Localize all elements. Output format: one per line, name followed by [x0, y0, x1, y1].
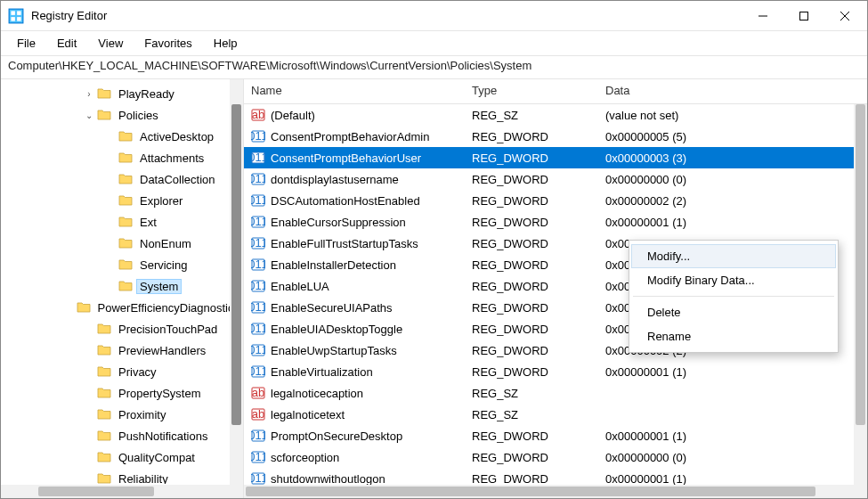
- context-menu-item[interactable]: Delete: [631, 300, 836, 324]
- tree-node[interactable]: PrecisionTouchPad: [1, 318, 243, 339]
- tree-label: PowerEfficiencyDiagnostics: [94, 300, 243, 315]
- value-name: EnableInstallerDetection: [271, 258, 396, 272]
- value-type: REG_DWORD: [465, 173, 598, 186]
- address-bar[interactable]: Computer\HKEY_LOCAL_MACHINE\SOFTWARE\Mic…: [1, 56, 867, 79]
- svg-text:011: 011: [251, 193, 265, 207]
- value-data: 0x00000001 (1): [598, 429, 867, 443]
- tree-node[interactable]: ›PlayReady: [1, 83, 243, 104]
- list-vscrollbar[interactable]: [854, 104, 867, 485]
- menu-favorites[interactable]: Favorites: [134, 33, 202, 53]
- svg-text:011: 011: [251, 343, 265, 356]
- tree-node[interactable]: PowerEfficiencyDiagnostics: [1, 297, 243, 318]
- string-value-icon: ab: [251, 386, 265, 400]
- close-button[interactable]: [824, 2, 865, 30]
- app-icon: [8, 8, 24, 24]
- folder-icon: [118, 129, 133, 143]
- value-data: 0x00000001 (1): [598, 365, 867, 379]
- value-name: ConsentPromptBehaviorAdmin: [271, 130, 429, 143]
- tree-node[interactable]: Attachments: [1, 147, 243, 168]
- context-menu-item[interactable]: Modify...: [631, 244, 836, 268]
- tree-label: Explorer: [136, 193, 186, 209]
- value-row[interactable]: ab(Default)REG_SZ(value not set): [244, 104, 867, 126]
- tree-node[interactable]: DataCollection: [1, 168, 243, 190]
- value-type: REG_DWORD: [465, 237, 598, 250]
- tree-node[interactable]: ActiveDesktop: [1, 126, 243, 147]
- value-type: REG_DWORD: [465, 258, 598, 272]
- chevron-right-icon[interactable]: ›: [83, 89, 95, 99]
- folder-icon: [97, 386, 111, 400]
- value-row[interactable]: ablegalnoticecaptionREG_SZ: [244, 382, 867, 404]
- tree-node[interactable]: PropertySystem: [1, 382, 243, 404]
- binary-value-icon: 011: [251, 151, 265, 165]
- menu-edit[interactable]: Edit: [46, 33, 87, 53]
- tree-node[interactable]: System: [1, 275, 243, 297]
- tree-label: Servicing: [136, 258, 191, 273]
- tree-label: QualityCompat: [115, 450, 199, 465]
- context-menu-item[interactable]: Modify Binary Data...: [631, 268, 836, 292]
- menu-bar: FileEditViewFavoritesHelp: [1, 31, 867, 56]
- svg-text:011: 011: [251, 450, 265, 463]
- tree-label: PropertySystem: [115, 386, 204, 401]
- window-title: Registry Editor: [31, 9, 742, 22]
- list-header[interactable]: Name Type Data: [244, 79, 867, 104]
- column-name[interactable]: Name: [244, 79, 465, 103]
- tree-node[interactable]: ⌄Policies: [1, 104, 243, 126]
- tree-scrollbar[interactable]: [230, 79, 243, 498]
- menu-view[interactable]: View: [87, 33, 134, 53]
- content-area: ›PlayReady⌄PoliciesActiveDesktopAttachme…: [1, 79, 867, 498]
- svg-rect-6: [800, 12, 808, 20]
- column-data[interactable]: Data: [598, 79, 867, 103]
- value-row[interactable]: 011ConsentPromptBehaviorUserREG_DWORD0x0…: [244, 147, 867, 168]
- tree-node[interactable]: PushNotifications: [1, 425, 243, 446]
- value-name: EnableSecureUIAPaths: [271, 301, 393, 315]
- tree-node[interactable]: Ext: [1, 211, 243, 233]
- binary-value-icon: 011: [251, 471, 265, 486]
- tree-node[interactable]: Reliability: [1, 468, 243, 484]
- tree-node[interactable]: Proximity: [1, 404, 243, 425]
- value-row[interactable]: 011scforceoptionREG_DWORD0x00000000 (0): [244, 446, 867, 468]
- value-data: (value not set): [598, 109, 867, 122]
- string-value-icon: ab: [251, 407, 265, 421]
- binary-value-icon: 011: [251, 129, 265, 143]
- tree-hscrollbar[interactable]: [1, 485, 243, 498]
- value-name: EnableLUA: [271, 280, 329, 293]
- list-hscrollbar[interactable]: [244, 485, 867, 498]
- tree-node[interactable]: NonEnum: [1, 233, 243, 254]
- value-row[interactable]: 011EnableCursorSuppressionREG_DWORD0x000…: [244, 211, 867, 233]
- chevron-down-icon[interactable]: ⌄: [83, 110, 95, 120]
- tree-node[interactable]: QualityCompat: [1, 446, 243, 468]
- value-name: EnableFullTrustStartupTasks: [271, 237, 418, 250]
- menu-file[interactable]: File: [6, 33, 46, 53]
- binary-value-icon: 011: [251, 300, 265, 315]
- value-row[interactable]: 011EnableVirtualizationREG_DWORD0x000000…: [244, 361, 867, 382]
- tree-label: NonEnum: [136, 236, 195, 251]
- menu-help[interactable]: Help: [203, 33, 248, 53]
- context-menu-separator: [633, 296, 834, 297]
- svg-text:011: 011: [251, 471, 265, 485]
- value-row[interactable]: 011DSCAutomationHostEnabledREG_DWORD0x00…: [244, 190, 867, 211]
- tree-node[interactable]: Explorer: [1, 190, 243, 211]
- value-row[interactable]: 011ConsentPromptBehaviorAdminREG_DWORD0x…: [244, 126, 867, 147]
- svg-text:011: 011: [251, 322, 265, 335]
- svg-text:011: 011: [251, 279, 265, 292]
- folder-icon: [118, 258, 133, 272]
- column-type[interactable]: Type: [465, 79, 598, 103]
- value-row[interactable]: 011PromptOnSecureDesktopREG_DWORD0x00000…: [244, 425, 867, 446]
- tree-node[interactable]: Servicing: [1, 254, 243, 275]
- tree-label: Reliability: [115, 471, 172, 485]
- value-row[interactable]: ablegalnoticetextREG_SZ: [244, 404, 867, 425]
- tree-node[interactable]: PreviewHandlers: [1, 339, 243, 361]
- minimize-button[interactable]: [742, 2, 783, 30]
- svg-text:011: 011: [251, 129, 265, 143]
- tree-node[interactable]: Privacy: [1, 361, 243, 382]
- maximize-button[interactable]: [783, 2, 824, 30]
- tree-label: PlayReady: [115, 86, 178, 102]
- binary-value-icon: 011: [251, 364, 265, 379]
- context-menu-item[interactable]: Rename: [631, 324, 836, 348]
- folder-icon: [97, 450, 111, 464]
- tree-label: Ext: [136, 215, 160, 230]
- binary-value-icon: 011: [251, 193, 265, 208]
- value-row[interactable]: 011dontdisplaylastusernameREG_DWORD0x000…: [244, 168, 867, 190]
- tree-label: Attachments: [136, 151, 207, 166]
- tree-panel: ›PlayReady⌄PoliciesActiveDesktopAttachme…: [1, 79, 244, 498]
